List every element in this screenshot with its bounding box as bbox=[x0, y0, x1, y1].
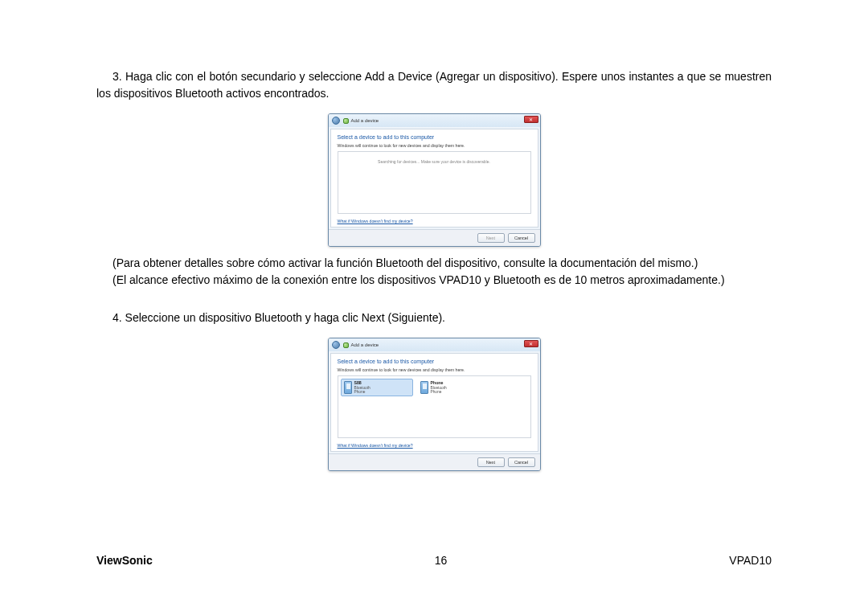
dialog2-title-text: Add a device bbox=[351, 342, 379, 347]
next-button[interactable]: Next bbox=[477, 457, 505, 467]
dialog1-body: Select a device to add to this computer … bbox=[330, 129, 538, 228]
dialog2-titlebar: Add a device ✕ bbox=[329, 338, 540, 351]
device-type: Phone bbox=[354, 390, 371, 394]
dialog2-device-list: S88 Bluetooth Phone Phone Bluetooth Phon… bbox=[338, 375, 531, 438]
back-icon[interactable] bbox=[332, 117, 340, 125]
footer-brand: ViewSonic bbox=[96, 554, 153, 567]
add-device-dialog-1: Add a device ✕ Select a device to add to… bbox=[328, 113, 541, 247]
footer-model: VPAD10 bbox=[729, 554, 772, 567]
dialog2-subtext: Windows will continue to look for new de… bbox=[338, 367, 531, 372]
device-type: Phone bbox=[431, 390, 447, 394]
add-device-icon bbox=[343, 118, 349, 124]
device-item[interactable]: Phone Bluetooth Phone bbox=[418, 379, 490, 396]
searching-message: Searching for devices... Make sure your … bbox=[341, 154, 528, 164]
add-device-dialog-2: Add a device ✕ Select a device to add to… bbox=[328, 338, 541, 471]
dialog1-footer: Next Cancel bbox=[329, 229, 540, 246]
dialog2-footer: Next Cancel bbox=[329, 453, 540, 470]
dialog1-subtext: Windows will continue to look for new de… bbox=[338, 143, 531, 148]
step3-text: 3. Haga clic con el botón secundario y s… bbox=[96, 68, 772, 102]
back-icon[interactable] bbox=[332, 341, 340, 349]
note-line-2: (El alcance efectivo máximo de la conexi… bbox=[96, 272, 772, 289]
dialog1-container: Add a device ✕ Select a device to add to… bbox=[96, 113, 772, 247]
step4-text: 4. Seleccione un dispositivo Bluetooth y… bbox=[96, 310, 772, 326]
phone-icon bbox=[344, 381, 352, 394]
add-device-icon bbox=[343, 342, 349, 348]
dialog2-help-link[interactable]: What if Windows doesn't find my device? bbox=[338, 443, 531, 448]
dialog1-title-text: Add a device bbox=[351, 118, 379, 123]
dialog1-help-link[interactable]: What if Windows doesn't find my device? bbox=[338, 219, 531, 223]
phone-icon bbox=[420, 381, 428, 394]
dialog1-titlebar: Add a device ✕ bbox=[329, 114, 540, 127]
dialog1-heading: Select a device to add to this computer bbox=[338, 134, 531, 140]
dialog1-device-list: Searching for devices... Make sure your … bbox=[338, 151, 531, 214]
cancel-button[interactable]: Cancel bbox=[508, 457, 535, 467]
close-icon[interactable]: ✕ bbox=[524, 116, 538, 123]
device-labels: Phone Bluetooth Phone bbox=[431, 381, 447, 394]
footer-page-number: 16 bbox=[435, 554, 448, 567]
cancel-button[interactable]: Cancel bbox=[508, 233, 535, 243]
device-labels: S88 Bluetooth Phone bbox=[354, 381, 371, 394]
dialog2-body: Select a device to add to this computer … bbox=[330, 353, 538, 452]
next-button[interactable]: Next bbox=[477, 233, 505, 243]
device-row: S88 Bluetooth Phone Phone Bluetooth Phon… bbox=[341, 379, 528, 396]
note-line-1: (Para obtener detalles sobre cómo activa… bbox=[96, 255, 772, 272]
device-item-selected[interactable]: S88 Bluetooth Phone bbox=[341, 379, 413, 396]
close-icon[interactable]: ✕ bbox=[524, 340, 538, 347]
page-footer: ViewSonic 16 VPAD10 bbox=[96, 554, 772, 567]
dialog2-container: Add a device ✕ Select a device to add to… bbox=[96, 338, 772, 471]
dialog2-heading: Select a device to add to this computer bbox=[338, 359, 531, 364]
